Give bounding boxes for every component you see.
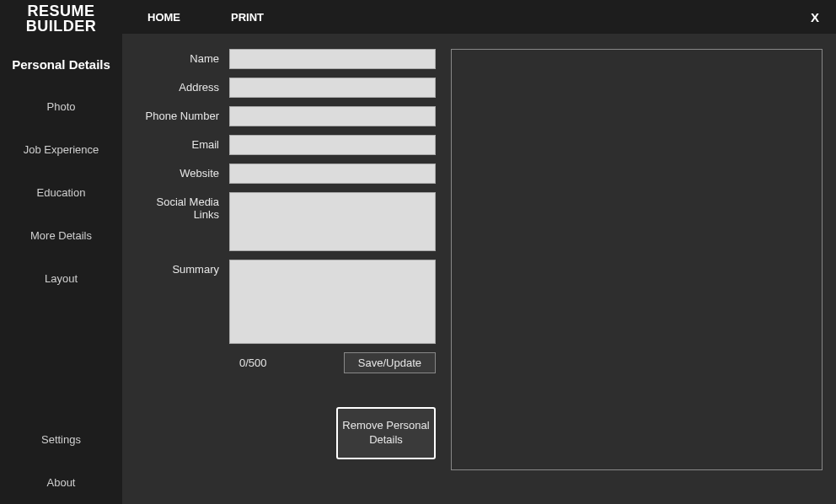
input-phone[interactable] (229, 106, 436, 126)
counter-row: 0/500 Save/Update (132, 352, 451, 373)
sidebar-item-education[interactable]: Education (0, 171, 122, 214)
row-phone: Phone Number (132, 106, 451, 126)
row-social: Social Media Links (132, 192, 451, 251)
sidebar-item-personal-details[interactable]: Personal Details (0, 44, 122, 85)
remove-button-wrap: Remove Personal Details (132, 407, 451, 459)
input-social[interactable] (229, 192, 436, 251)
logo-line1: RESUME (27, 3, 94, 19)
sidebar-item-label: Settings (41, 433, 81, 446)
app-logo: RESUME BUILDER (0, 0, 122, 44)
input-summary[interactable] (229, 260, 436, 344)
input-address[interactable] (229, 78, 436, 98)
label-website: Website (132, 164, 229, 180)
input-name[interactable] (229, 49, 436, 69)
row-name: Name (132, 49, 451, 69)
sidebar-item-label: Education (37, 186, 86, 199)
row-summary: Summary (132, 260, 451, 344)
logo-line2: BUILDER (26, 18, 97, 35)
save-update-button[interactable]: Save/Update (344, 352, 436, 373)
row-website: Website (132, 164, 451, 184)
input-email[interactable] (229, 135, 436, 155)
label-phone: Phone Number (132, 106, 229, 122)
form-column: Name Address Phone Number Email Website (122, 49, 451, 496)
sidebar-item-label: More Details (30, 229, 92, 242)
topbar: HOME PRINT X (122, 0, 836, 34)
sidebar-item-label: Job Experience (24, 143, 99, 156)
preview-panel (451, 49, 823, 470)
sidebar-item-more-details[interactable]: More Details (0, 214, 122, 257)
content-area: Name Address Phone Number Email Website (122, 34, 836, 504)
close-button[interactable]: X (811, 10, 819, 24)
label-email: Email (132, 135, 229, 151)
sidebar: RESUME BUILDER Personal Details Photo Jo… (0, 0, 122, 504)
sidebar-item-settings[interactable]: Settings (0, 418, 122, 461)
main-area: HOME PRINT X Name Address Phone Number (122, 0, 836, 504)
sidebar-item-layout[interactable]: Layout (0, 257, 122, 300)
label-name: Name (132, 49, 229, 65)
sidebar-item-job-experience[interactable]: Job Experience (0, 128, 122, 171)
label-summary: Summary (132, 260, 229, 276)
sidebar-item-label: Personal Details (12, 57, 110, 72)
label-address: Address (132, 78, 229, 94)
sidebar-item-label: Photo (47, 100, 76, 113)
label-social: Social Media Links (132, 192, 229, 221)
summary-counter: 0/500 (239, 357, 267, 369)
row-email: Email (132, 135, 451, 155)
row-address: Address (132, 78, 451, 98)
sidebar-item-photo[interactable]: Photo (0, 85, 122, 128)
input-website[interactable] (229, 164, 436, 184)
menu-home[interactable]: HOME (147, 11, 180, 24)
menu-print[interactable]: PRINT (231, 11, 264, 24)
sidebar-item-label: About (47, 476, 76, 489)
sidebar-item-about[interactable]: About (0, 461, 122, 504)
remove-personal-details-button[interactable]: Remove Personal Details (336, 407, 436, 459)
preview-column (451, 49, 828, 496)
sidebar-item-label: Layout (45, 272, 78, 285)
